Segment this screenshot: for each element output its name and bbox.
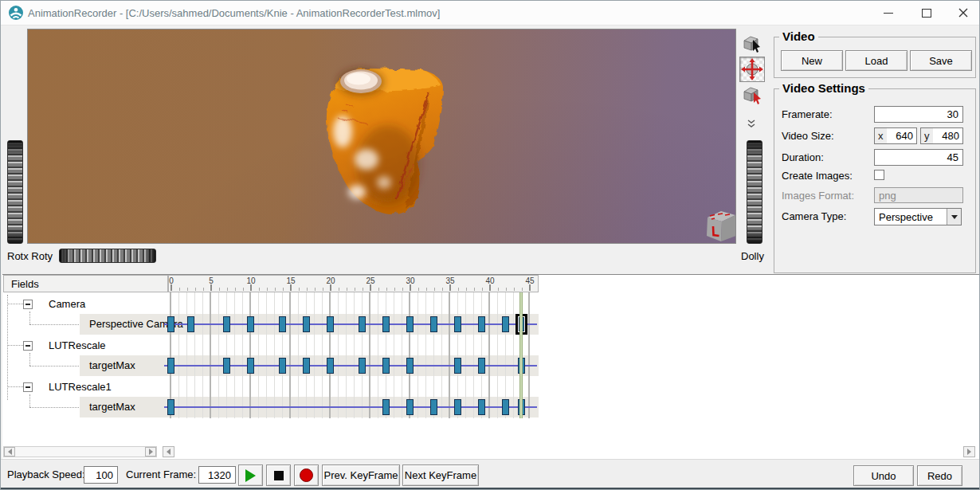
camera-type-value: Perspective (875, 211, 933, 223)
load-button[interactable]: Load (845, 50, 907, 71)
scroll-right-icon (967, 449, 971, 455)
timeline-scroll-right-button[interactable] (963, 446, 975, 457)
record-icon (300, 468, 313, 482)
scroll-right-button[interactable] (145, 447, 156, 457)
ruler-tick (283, 288, 284, 291)
examine-mode-button[interactable] (739, 31, 765, 57)
ruler-tick (203, 288, 204, 291)
video-size-x-input[interactable]: x 640 (874, 127, 917, 144)
timeline-ruler[interactable]: 051015202530354045 (168, 275, 539, 292)
fields-header: Fields (3, 275, 168, 292)
y-value: 480 (942, 130, 962, 142)
play-button[interactable] (238, 465, 263, 486)
ruler-tick (363, 288, 363, 291)
ruler-label: 25 (363, 276, 378, 285)
ruler-tick (402, 288, 403, 291)
create-images-label: Create Images: (782, 170, 853, 182)
scroll-left-button[interactable] (4, 447, 15, 457)
ruler-label: 40 (482, 276, 498, 285)
playback-speed-input[interactable] (84, 466, 118, 484)
timeline-scroll-left-button[interactable] (163, 446, 174, 457)
video-settings-groupbox: Video Settings Framerate: Video Size: x … (774, 88, 976, 273)
images-format-input: png (874, 187, 963, 203)
rotx-thumbwheel[interactable] (7, 140, 23, 244)
framerate-input[interactable] (874, 106, 963, 123)
redo-button[interactable]: Redo (917, 465, 962, 486)
ruler-tick (259, 288, 260, 291)
ruler-tick (219, 288, 220, 291)
close-button[interactable] (951, 2, 976, 24)
scroll-left-icon (8, 449, 12, 455)
ruler-tick (474, 288, 475, 291)
ruler-tick (179, 288, 180, 291)
app-logo-icon (8, 5, 24, 21)
ruler-tick (195, 288, 196, 291)
camera-move-icon (741, 58, 763, 80)
y-prefix: y (921, 128, 933, 143)
camera-move-button[interactable] (739, 57, 765, 82)
maximize-button[interactable] (914, 2, 939, 24)
dolly-thumbwheel[interactable] (747, 140, 762, 244)
video-size-y-input[interactable]: y 480 (920, 127, 963, 144)
ruler-tick (275, 288, 276, 291)
ruler-tick (315, 288, 316, 291)
camera-type-dropdown[interactable]: Perspective (874, 208, 962, 225)
viewport-3d[interactable] (27, 29, 736, 244)
examine-mode-icon (741, 33, 763, 55)
next-keyframe-button[interactable]: Next KeyFrame (402, 465, 479, 486)
ruler-tick (347, 288, 347, 291)
ruler-tick (243, 288, 244, 291)
save-button[interactable]: Save (910, 50, 972, 71)
dropdown-button[interactable] (947, 209, 961, 225)
stop-icon (274, 471, 284, 480)
ruler-tick (299, 288, 300, 291)
x-prefix: x (875, 128, 887, 143)
current-frame-input[interactable] (198, 466, 236, 484)
ruler-tick (370, 284, 371, 291)
record-button[interactable] (294, 465, 319, 486)
timeline-panel (2, 274, 979, 459)
object-move-button[interactable] (739, 82, 765, 108)
minimize-button[interactable] (876, 2, 901, 24)
new-button[interactable]: New (781, 50, 843, 71)
tree-hscrollbar[interactable] (3, 446, 157, 457)
ruler-tick (307, 288, 308, 291)
ruler-label: 10 (243, 276, 259, 285)
scroll-left-icon (167, 449, 171, 455)
ruler-label: 35 (442, 276, 458, 285)
title-bar[interactable]: AnimationRecorder - [C:/Users/sahmed/Doc… (1, 1, 979, 25)
ruler-tick (529, 284, 531, 291)
ruler-tick (449, 284, 451, 291)
video-size-label: Video Size: (782, 130, 834, 142)
close-icon (958, 8, 968, 18)
undo-button[interactable]: Undo (853, 465, 914, 486)
ruler-tick (235, 288, 236, 291)
ruler-tick (482, 288, 483, 291)
create-images-checkbox[interactable] (874, 170, 884, 180)
ruler-label: 5 (203, 276, 219, 285)
ruler-label: 0 (163, 276, 179, 285)
stop-button[interactable] (266, 465, 291, 486)
video-settings-title: Video Settings (779, 81, 868, 95)
ruler-tick (210, 284, 212, 291)
video-group-title: Video (779, 29, 818, 43)
ruler-tick (378, 288, 379, 291)
ruler-tick (330, 284, 331, 291)
collapse-toolbar-button[interactable] (747, 119, 756, 132)
duration-input[interactable] (874, 149, 963, 166)
play-icon (245, 469, 256, 482)
maximize-icon (922, 9, 931, 18)
prev-keyframe-button[interactable]: Prev. KeyFrame (322, 465, 400, 486)
ruler-tick (227, 288, 228, 291)
roty-thumbwheel[interactable] (59, 249, 156, 263)
ruler-tick (394, 288, 395, 291)
ruler-label: 20 (323, 276, 339, 285)
minimize-icon (884, 13, 893, 14)
ruler-tick (339, 288, 339, 291)
ruler-tick (418, 288, 419, 291)
ruler-tick (514, 288, 515, 291)
ruler-tick (458, 288, 459, 291)
framerate-label: Framerate: (782, 108, 833, 120)
ruler-tick (506, 288, 507, 291)
images-format-label: Images Format: (782, 190, 854, 202)
